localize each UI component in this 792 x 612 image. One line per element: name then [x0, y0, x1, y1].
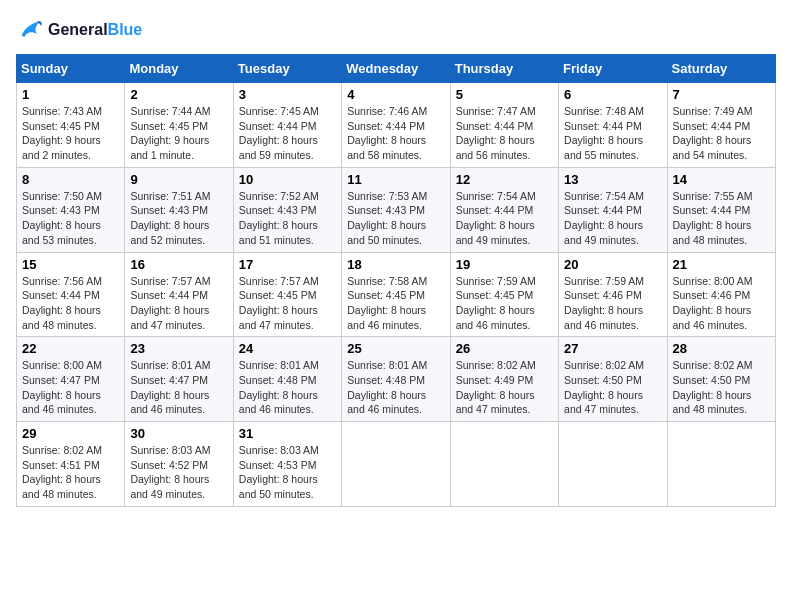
day-info: Sunrise: 7:59 AM Sunset: 4:46 PM Dayligh…: [564, 274, 661, 333]
calendar-day-cell: 27 Sunrise: 8:02 AM Sunset: 4:50 PM Dayl…: [559, 337, 667, 422]
logo-icon: [16, 16, 44, 44]
sunset-label: Sunset: 4:50 PM: [564, 374, 642, 386]
calendar-day-cell: 19 Sunrise: 7:59 AM Sunset: 4:45 PM Dayl…: [450, 252, 558, 337]
sunrise-label: Sunrise: 7:47 AM: [456, 105, 536, 117]
day-info: Sunrise: 8:03 AM Sunset: 4:53 PM Dayligh…: [239, 443, 336, 502]
calendar-day-cell: 12 Sunrise: 7:54 AM Sunset: 4:44 PM Dayl…: [450, 167, 558, 252]
sunset-label: Sunset: 4:47 PM: [22, 374, 100, 386]
day-number: 13: [564, 172, 661, 187]
sunset-label: Sunset: 4:48 PM: [347, 374, 425, 386]
sunrise-label: Sunrise: 7:43 AM: [22, 105, 102, 117]
sunset-label: Sunset: 4:51 PM: [22, 459, 100, 471]
day-number: 31: [239, 426, 336, 441]
day-info: Sunrise: 7:57 AM Sunset: 4:45 PM Dayligh…: [239, 274, 336, 333]
day-info: Sunrise: 8:01 AM Sunset: 4:48 PM Dayligh…: [347, 358, 444, 417]
calendar-day-cell: 24 Sunrise: 8:01 AM Sunset: 4:48 PM Dayl…: [233, 337, 341, 422]
day-info: Sunrise: 7:59 AM Sunset: 4:45 PM Dayligh…: [456, 274, 553, 333]
calendar-day-cell: 26 Sunrise: 8:02 AM Sunset: 4:49 PM Dayl…: [450, 337, 558, 422]
daylight-label: Daylight: 9 hours and 2 minutes.: [22, 134, 101, 161]
day-info: Sunrise: 7:52 AM Sunset: 4:43 PM Dayligh…: [239, 189, 336, 248]
sunset-label: Sunset: 4:44 PM: [130, 289, 208, 301]
day-number: 25: [347, 341, 444, 356]
day-info: Sunrise: 8:01 AM Sunset: 4:47 PM Dayligh…: [130, 358, 227, 417]
daylight-label: Daylight: 8 hours and 46 minutes.: [456, 304, 535, 331]
day-info: Sunrise: 7:46 AM Sunset: 4:44 PM Dayligh…: [347, 104, 444, 163]
day-number: 3: [239, 87, 336, 102]
calendar-day-cell: 3 Sunrise: 7:45 AM Sunset: 4:44 PM Dayli…: [233, 83, 341, 168]
sunrise-label: Sunrise: 8:01 AM: [239, 359, 319, 371]
day-number: 29: [22, 426, 119, 441]
sunset-label: Sunset: 4:44 PM: [22, 289, 100, 301]
day-number: 26: [456, 341, 553, 356]
calendar-day-cell: 10 Sunrise: 7:52 AM Sunset: 4:43 PM Dayl…: [233, 167, 341, 252]
sunset-label: Sunset: 4:44 PM: [347, 120, 425, 132]
sunset-label: Sunset: 4:49 PM: [456, 374, 534, 386]
sunrise-label: Sunrise: 8:02 AM: [564, 359, 644, 371]
day-info: Sunrise: 7:53 AM Sunset: 4:43 PM Dayligh…: [347, 189, 444, 248]
day-info: Sunrise: 7:47 AM Sunset: 4:44 PM Dayligh…: [456, 104, 553, 163]
day-number: 27: [564, 341, 661, 356]
daylight-label: Daylight: 8 hours and 53 minutes.: [22, 219, 101, 246]
empty-cell: [450, 422, 558, 507]
sunset-label: Sunset: 4:44 PM: [456, 120, 534, 132]
sunset-label: Sunset: 4:45 PM: [22, 120, 100, 132]
empty-cell: [342, 422, 450, 507]
sunset-label: Sunset: 4:44 PM: [673, 120, 751, 132]
sunrise-label: Sunrise: 7:52 AM: [239, 190, 319, 202]
empty-cell: [559, 422, 667, 507]
sunset-label: Sunset: 4:48 PM: [239, 374, 317, 386]
calendar-day-cell: 20 Sunrise: 7:59 AM Sunset: 4:46 PM Dayl…: [559, 252, 667, 337]
day-number: 17: [239, 257, 336, 272]
sunset-label: Sunset: 4:43 PM: [239, 204, 317, 216]
sunrise-label: Sunrise: 7:51 AM: [130, 190, 210, 202]
sunset-label: Sunset: 4:43 PM: [347, 204, 425, 216]
sunrise-label: Sunrise: 7:59 AM: [564, 275, 644, 287]
calendar-day-cell: 21 Sunrise: 8:00 AM Sunset: 4:46 PM Dayl…: [667, 252, 775, 337]
calendar-day-cell: 1 Sunrise: 7:43 AM Sunset: 4:45 PM Dayli…: [17, 83, 125, 168]
day-number: 9: [130, 172, 227, 187]
day-info: Sunrise: 7:48 AM Sunset: 4:44 PM Dayligh…: [564, 104, 661, 163]
daylight-label: Daylight: 8 hours and 46 minutes.: [130, 389, 209, 416]
daylight-label: Daylight: 8 hours and 48 minutes.: [22, 304, 101, 331]
calendar-week-row: 1 Sunrise: 7:43 AM Sunset: 4:45 PM Dayli…: [17, 83, 776, 168]
daylight-label: Daylight: 8 hours and 49 minutes.: [130, 473, 209, 500]
day-info: Sunrise: 7:54 AM Sunset: 4:44 PM Dayligh…: [456, 189, 553, 248]
sunset-label: Sunset: 4:53 PM: [239, 459, 317, 471]
sunset-label: Sunset: 4:50 PM: [673, 374, 751, 386]
sunset-label: Sunset: 4:45 PM: [130, 120, 208, 132]
sunset-label: Sunset: 4:45 PM: [347, 289, 425, 301]
day-number: 6: [564, 87, 661, 102]
sunrise-label: Sunrise: 8:02 AM: [456, 359, 536, 371]
day-number: 1: [22, 87, 119, 102]
calendar-day-cell: 15 Sunrise: 7:56 AM Sunset: 4:44 PM Dayl…: [17, 252, 125, 337]
day-info: Sunrise: 7:51 AM Sunset: 4:43 PM Dayligh…: [130, 189, 227, 248]
day-number: 4: [347, 87, 444, 102]
sunrise-label: Sunrise: 7:59 AM: [456, 275, 536, 287]
daylight-label: Daylight: 8 hours and 46 minutes.: [347, 304, 426, 331]
sunset-label: Sunset: 4:47 PM: [130, 374, 208, 386]
sunset-label: Sunset: 4:44 PM: [564, 204, 642, 216]
day-number: 23: [130, 341, 227, 356]
weekday-header: Monday: [125, 55, 233, 83]
sunset-label: Sunset: 4:45 PM: [456, 289, 534, 301]
daylight-label: Daylight: 8 hours and 46 minutes.: [347, 389, 426, 416]
daylight-label: Daylight: 8 hours and 47 minutes.: [130, 304, 209, 331]
sunrise-label: Sunrise: 8:00 AM: [22, 359, 102, 371]
sunrise-label: Sunrise: 7:54 AM: [456, 190, 536, 202]
weekday-header: Saturday: [667, 55, 775, 83]
calendar-day-cell: 23 Sunrise: 8:01 AM Sunset: 4:47 PM Dayl…: [125, 337, 233, 422]
daylight-label: Daylight: 8 hours and 46 minutes.: [22, 389, 101, 416]
daylight-label: Daylight: 8 hours and 49 minutes.: [564, 219, 643, 246]
calendar-day-cell: 11 Sunrise: 7:53 AM Sunset: 4:43 PM Dayl…: [342, 167, 450, 252]
sunset-label: Sunset: 4:44 PM: [456, 204, 534, 216]
calendar-day-cell: 28 Sunrise: 8:02 AM Sunset: 4:50 PM Dayl…: [667, 337, 775, 422]
calendar-day-cell: 31 Sunrise: 8:03 AM Sunset: 4:53 PM Dayl…: [233, 422, 341, 507]
day-info: Sunrise: 7:57 AM Sunset: 4:44 PM Dayligh…: [130, 274, 227, 333]
daylight-label: Daylight: 8 hours and 47 minutes.: [456, 389, 535, 416]
day-info: Sunrise: 8:02 AM Sunset: 4:49 PM Dayligh…: [456, 358, 553, 417]
day-info: Sunrise: 7:43 AM Sunset: 4:45 PM Dayligh…: [22, 104, 119, 163]
day-number: 22: [22, 341, 119, 356]
day-number: 12: [456, 172, 553, 187]
daylight-label: Daylight: 8 hours and 51 minutes.: [239, 219, 318, 246]
sunset-label: Sunset: 4:46 PM: [673, 289, 751, 301]
